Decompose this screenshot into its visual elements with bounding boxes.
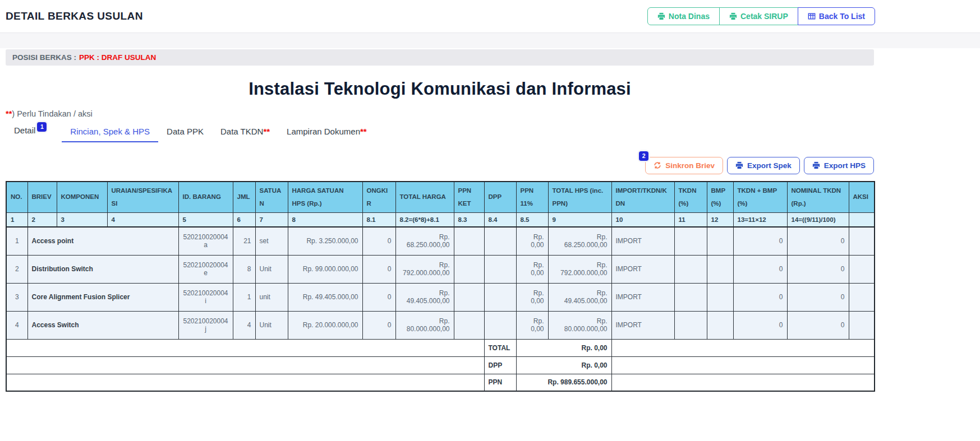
cell-ppn-11: Rp. 0,00 [516, 255, 548, 283]
footer-spacer [6, 339, 484, 356]
col-tkdn-bmp: TKDN + BMP (%) [733, 182, 787, 213]
cetak-sirup-label: Cetak SIRUP [740, 12, 788, 21]
subcol-3: 3 [57, 212, 107, 227]
col-satuan: SATUAN [255, 182, 288, 213]
export-hps-button[interactable]: Export HPS [804, 157, 874, 174]
subcol-2: 2 [27, 212, 57, 227]
cell-bmp [707, 227, 733, 255]
tab-detail-label: Detail [14, 126, 35, 135]
cell-ppn-ket [454, 255, 484, 283]
cell-tkdn-bmp: 0 [733, 255, 787, 283]
subcol-11: 11 [674, 212, 707, 227]
tab-rincian-label: Rincian, Spek & HPS [70, 127, 150, 136]
subcol-8-2: 8.2=(6*8)+8.1 [395, 212, 454, 227]
asterisk-marker: ** [6, 109, 12, 118]
tab-rincian-spek-hps[interactable]: Rincian, Spek & HPS [62, 122, 158, 142]
cell-ongkir: 0 [362, 283, 395, 311]
export-spek-button[interactable]: Export Spek [727, 157, 800, 174]
cell-aksi [849, 227, 875, 255]
cell-komponen: Distribution Switch [27, 255, 178, 283]
cell-import-tkdn-kdn: IMPORT [611, 227, 674, 255]
cell-import-tkdn-kdn: IMPORT [611, 255, 674, 283]
col-dpp: DPP [484, 182, 516, 213]
cell-id-barang: 520210020004e [178, 255, 233, 283]
table-header-row: NO. BRIEV KOMPONEN URAIAN/SPESIFIKASI ID… [6, 182, 875, 213]
posisi-berkas-value: PPK : DRAF USULAN [79, 53, 156, 62]
cetak-sirup-button[interactable]: Cetak SIRUP [719, 7, 798, 25]
cell-ppn-11: Rp. 0,00 [516, 283, 548, 311]
col-id-barang: ID. BARANG [178, 182, 233, 213]
export-spek-label: Export Spek [747, 161, 792, 170]
cell-nominal-tkdn: 0 [787, 255, 849, 283]
header-divider-strip [0, 33, 980, 48]
cell-no: 4 [6, 311, 27, 339]
cell-tkdn [674, 255, 707, 283]
col-total-hps: TOTAL HPS (inc. PPN) [548, 182, 611, 213]
cell-tkdn [674, 311, 707, 339]
cell-bmp [707, 255, 733, 283]
cell-aksi [849, 283, 875, 311]
tab-data-ppk[interactable]: Data PPK [158, 122, 212, 142]
cell-jml: 1 [233, 283, 255, 311]
col-komponen: KOMPONEN [57, 182, 107, 213]
col-harga-satuan: HARGA SATUAN HPS (Rp.) [288, 182, 362, 213]
cell-no: 2 [6, 255, 27, 283]
cell-ppn-11: Rp. 0,00 [516, 311, 548, 339]
cell-tkdn-bmp: 0 [733, 311, 787, 339]
col-bmp: BMP (%) [707, 182, 733, 213]
footer-spacer [6, 374, 484, 391]
cell-satuan: Unit [255, 311, 288, 339]
page-title: Instalasi Teknologi Komunikasi dan Infor… [6, 79, 874, 99]
cell-ppn-ket [454, 283, 484, 311]
cell-id-barang: 520210020004a [178, 227, 233, 255]
footer-spacer [6, 356, 484, 374]
col-import-tkdn-kdn: IMPORT/TKDN/KDN [611, 182, 674, 213]
cell-aksi [849, 311, 875, 339]
nota-dinas-button[interactable]: Nota Dinas [647, 7, 720, 25]
printer-icon [657, 12, 665, 20]
subcol-8-5: 8.5 [516, 212, 548, 227]
tab-lampiran-dokumen[interactable]: Lampiran Dokumen** [278, 122, 375, 142]
cell-nominal-tkdn: 0 [787, 311, 849, 339]
cell-satuan: set [255, 227, 288, 255]
cell-harga-satuan: Rp. 20.000.000,00 [288, 311, 362, 339]
cell-komponen: Core Alignment Fusion Splicer [27, 283, 178, 311]
nota-dinas-label: Nota Dinas [669, 12, 710, 21]
export-hps-label: Export HPS [824, 161, 866, 170]
cell-jml: 4 [233, 311, 255, 339]
tab-data-tkdn[interactable]: Data TKDN** [212, 122, 278, 142]
cell-dpp [484, 227, 516, 255]
footer-total-label: TOTAL [484, 339, 516, 356]
sync-icon [654, 161, 661, 169]
subcol-12: 12 [707, 212, 733, 227]
footer-total-value: Rp. 0,00 [516, 339, 611, 356]
sinkron-briev-badge: 2 [639, 151, 648, 161]
cell-nominal-tkdn: 0 [787, 227, 849, 255]
cell-harga-satuan: Rp. 3.250.000,00 [288, 227, 362, 255]
col-total-harga: TOTAL HARGA [395, 182, 454, 213]
cell-dpp [484, 255, 516, 283]
printer-icon [735, 161, 743, 169]
footer-dpp-label: DPP [484, 356, 516, 374]
subcol-9: 9 [548, 212, 611, 227]
col-ppn-ket: PPN KET [454, 182, 484, 213]
note-text: ) Perlu Tindakan / aksi [12, 109, 92, 118]
subcol-14: 14=((9/11)/100) [787, 212, 849, 227]
subcol-8-1: 8.1 [362, 212, 395, 227]
header-button-group: Nota Dinas Cetak SIRUP Back To List [647, 7, 875, 25]
col-no: NO. [6, 182, 27, 213]
back-to-list-label: Back To List [819, 12, 865, 21]
cell-jml: 21 [233, 227, 255, 255]
col-ppn-11: PPN 11% [516, 182, 548, 213]
tab-detail[interactable]: Detail1 [6, 120, 55, 142]
sinkron-briev-button[interactable]: Sinkron Briev [645, 157, 723, 174]
cell-jml: 8 [233, 255, 255, 283]
back-to-list-button[interactable]: Back To List [798, 7, 875, 25]
asterisk-marker: ** [263, 127, 270, 136]
tab-bar: Detail1 Rincian, Spek & HPS Data PPK Dat… [6, 120, 874, 142]
cell-tkdn [674, 227, 707, 255]
footer-dpp-value: Rp. 0,00 [516, 356, 611, 374]
cell-dpp [484, 311, 516, 339]
col-aksi: AKSI [849, 182, 875, 213]
cell-nominal-tkdn: 0 [787, 283, 849, 311]
